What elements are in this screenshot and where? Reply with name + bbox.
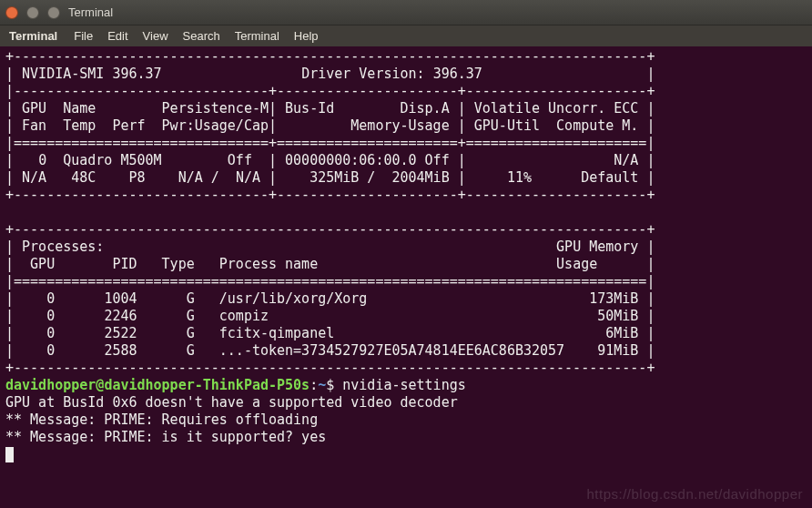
close-icon[interactable] <box>5 6 18 19</box>
window-titlebar: Terminal <box>0 0 812 25</box>
menubar: Terminal File Edit View Search Terminal … <box>0 25 812 46</box>
proc-row-3: | 0 2588 G ...-token=3734527927E05A74814… <box>5 342 655 359</box>
nvidia-smi-col-sep: |===============================+=======… <box>5 135 655 151</box>
menu-edit[interactable]: Edit <box>100 27 135 45</box>
prompt-path: ~ <box>318 377 326 393</box>
proc-row-0: | 0 1004 G /usr/lib/xorg/Xorg 173MiB | <box>5 290 655 307</box>
output-line-1: ** Message: PRIME: Requires offloading <box>5 411 318 428</box>
proc-row-2: | 0 2522 G fcitx-qimpanel 6MiB | <box>5 325 655 341</box>
nvidia-smi-col-header-2: | Fan Temp Perf Pwr:Usage/Cap| Memory-Us… <box>5 117 655 134</box>
menu-view[interactable]: View <box>136 27 176 45</box>
terminal-output[interactable]: +---------------------------------------… <box>0 46 812 469</box>
menu-help[interactable]: Help <box>287 27 326 45</box>
proc-header-sep: |=======================================… <box>5 273 655 290</box>
menu-search[interactable]: Search <box>176 27 228 45</box>
menubar-app-label: Terminal <box>4 27 66 45</box>
menu-terminal[interactable]: Terminal <box>228 27 287 45</box>
nvidia-smi-col-header-1: | GPU Name Persistence-M| Bus-Id Disp.A … <box>5 100 655 117</box>
nvidia-smi-version-line: | NVIDIA-SMI 396.37 Driver Version: 396.… <box>5 66 655 82</box>
proc-header-2: | GPU PID Type Process name Usage | <box>5 256 655 272</box>
nvidia-smi-bottom-sep: +-------------------------------+-------… <box>5 187 655 203</box>
proc-top-border: +---------------------------------------… <box>5 221 655 238</box>
prompt-user: davidhopper <box>5 377 96 393</box>
blank-line <box>5 204 655 220</box>
nvidia-smi-gpu-row-a: | 0 Quadro M500M Off | 00000000:06:00.0 … <box>5 152 655 168</box>
maximize-icon[interactable] <box>47 6 60 19</box>
proc-bottom-border: +---------------------------------------… <box>5 360 655 376</box>
prompt-command: nvidia-settings <box>342 377 465 393</box>
output-line-2: ** Message: PRIME: is it supported? yes <box>5 429 326 445</box>
minimize-icon[interactable] <box>26 6 39 19</box>
nvidia-smi-header-sep: |-------------------------------+-------… <box>5 83 655 99</box>
proc-row-1: | 0 2246 G compiz 50MiB | <box>5 308 655 324</box>
menu-file[interactable]: File <box>66 27 100 45</box>
output-line-0: GPU at BusId 0x6 doesn't have a supporte… <box>5 394 458 411</box>
window-title: Terminal <box>68 4 113 21</box>
proc-header-1: | Processes: GPU Memory | <box>5 239 655 255</box>
cursor-icon <box>5 447 14 462</box>
nvidia-smi-top-border: +---------------------------------------… <box>5 48 655 65</box>
prompt-host: davidhopper-ThinkPad-P50s <box>104 377 310 393</box>
prompt-line: davidhopper@davidhopper-ThinkPad-P50s:~$… <box>5 377 466 393</box>
watermark: https://blog.csdn.net/davidhopper <box>587 485 804 503</box>
nvidia-smi-gpu-row-b: | N/A 48C P8 N/A / N/A | 325MiB / 2004Mi… <box>5 169 655 186</box>
